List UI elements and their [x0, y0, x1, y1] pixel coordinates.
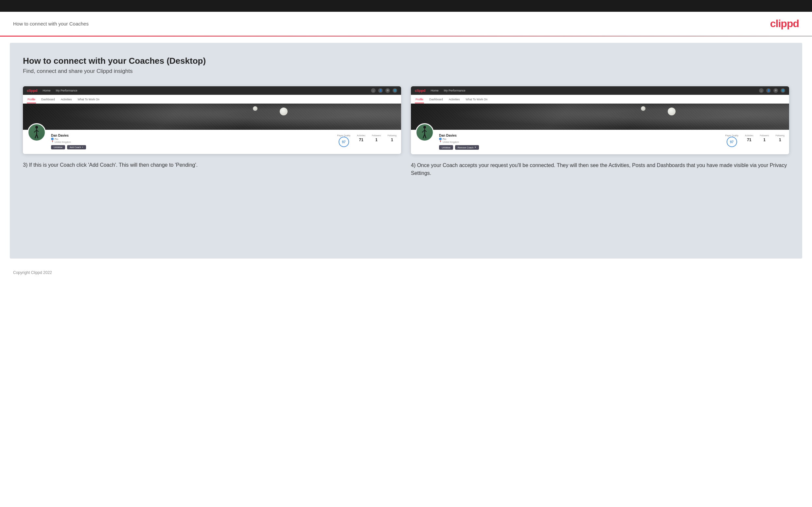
following-label-1: Following — [388, 134, 397, 136]
mock-avatar-wrap-1 — [28, 123, 46, 142]
verified-icon-2 — [439, 137, 442, 140]
tab-dashboard-1[interactable]: Dashboard — [41, 96, 56, 103]
tab-what-to-work-on-1[interactable]: What To Work On — [77, 96, 100, 103]
following-value-1: 1 — [391, 137, 393, 142]
stat-followers-1: Followers 1 — [372, 134, 381, 147]
header-title: How to connect with your Coaches — [13, 21, 89, 26]
stat-activities-2: Activities 71 — [745, 134, 753, 147]
screenshots-row: clippd Home My Performance ⌕ 👤 ⚙ 🌐 Profi… — [23, 86, 789, 177]
quality-label-1: Player Quality — [337, 134, 350, 136]
screenshot-col-2: clippd Home My Performance ⌕ 👤 ⚙ 🌐 Profi… — [411, 86, 789, 177]
svg-line-5 — [37, 134, 38, 138]
svg-line-11 — [425, 134, 426, 138]
quality-circle-1: 97 — [339, 136, 349, 147]
verified-icon-1 — [51, 137, 54, 140]
footer: Copyright Clippd 2022 — [0, 265, 812, 280]
activities-value-2: 71 — [747, 137, 751, 142]
add-coach-button-1[interactable]: Add Coach + — [67, 145, 86, 150]
mock-hero-overlay-1 — [23, 104, 401, 130]
location-2: 📍 United Kingdom — [439, 140, 717, 143]
stat-quality-1: Player Quality 97 — [337, 134, 350, 147]
golfer-silhouette-1 — [32, 125, 42, 139]
main-content: How to connect with your Coaches (Deskto… — [10, 43, 802, 259]
location-text-1: United Kingdom — [55, 141, 71, 143]
mock-hero-circle-small-2 — [641, 106, 646, 111]
following-value-2: 1 — [779, 137, 781, 142]
followers-value-1: 1 — [375, 137, 377, 142]
caption-1: 3) If this is your Coach click 'Add Coac… — [23, 161, 401, 169]
mock-nav-icons-2: ⌕ 👤 ⚙ 🌐 — [759, 88, 785, 93]
avatar-1 — [28, 123, 46, 142]
user-icon-2: 👤 — [766, 88, 771, 93]
action-buttons-1: Unfollow Add Coach + — [51, 145, 329, 150]
svg-point-6 — [423, 126, 426, 128]
mock-nav-home-1: Home — [43, 89, 50, 92]
user-icon-1: 👤 — [378, 88, 383, 93]
svg-line-10 — [423, 134, 425, 138]
mock-nav-1: clippd Home My Performance ⌕ 👤 ⚙ 🌐 — [23, 86, 401, 95]
mock-logo-1: clippd — [27, 89, 37, 93]
close-icon-remove-coach: ✕ — [474, 146, 476, 149]
mock-profile-info-2: Dan Davies Pro 📍 United Kingdom Unfollow — [439, 132, 717, 150]
player-role-2: Pro — [443, 138, 446, 140]
quality-circle-2: 97 — [727, 136, 737, 147]
mock-logo-2: clippd — [415, 89, 425, 93]
header: How to connect with your Coaches clippd — [0, 12, 812, 36]
golfer-silhouette-2 — [419, 125, 430, 139]
mock-profile-section-1: Dan Davies Pro 📍 United Kingdom Unfollow — [23, 130, 401, 154]
avatar-2 — [415, 123, 434, 142]
location-1: 📍 United Kingdom — [51, 140, 329, 143]
mock-tabs-2: Profile Dashboard Activities What To Wor… — [411, 95, 789, 104]
tab-dashboard-2[interactable]: Dashboard — [428, 96, 444, 103]
mock-nav-performance-2: My Performance — [444, 89, 465, 92]
mock-profile-section-2: Dan Davies Pro 📍 United Kingdom Unfollow — [411, 130, 789, 154]
caption-2: 4) Once your Coach accepts your request … — [411, 162, 789, 177]
mock-hero-1 — [23, 104, 401, 130]
mock-nav-home-2: Home — [430, 89, 439, 92]
add-icon-1: + — [82, 146, 84, 149]
settings-icon-2: ⚙ — [773, 88, 778, 93]
tab-profile-1[interactable]: Profile — [27, 96, 36, 103]
followers-label-1: Followers — [372, 134, 381, 136]
search-icon-1: ⌕ — [371, 88, 375, 93]
stat-activities-1: Activities 71 — [357, 134, 365, 147]
page-subheading: Find, connect and share your Clippd insi… — [23, 68, 789, 74]
unfollow-button-2[interactable]: Unfollow — [439, 145, 453, 150]
mock-stats-2: Player Quality 97 Activities 71 Follower… — [723, 134, 784, 147]
settings-icon-1: ⚙ — [386, 88, 390, 93]
action-buttons-2: Unfollow Remove Coach ✕ — [439, 145, 717, 150]
stat-following-2: Following 1 — [776, 134, 784, 147]
page-heading: How to connect with your Coaches (Deskto… — [23, 56, 789, 66]
copyright-text: Copyright Clippd 2022 — [13, 270, 52, 275]
followers-value-2: 1 — [763, 137, 766, 142]
stat-following-1: Following 1 — [388, 134, 397, 147]
tab-activities-2[interactable]: Activities — [448, 96, 461, 103]
following-label-2: Following — [776, 134, 784, 136]
svg-point-0 — [35, 126, 38, 128]
activities-label-2: Activities — [745, 134, 753, 136]
tab-what-to-work-on-2[interactable]: What To Work On — [465, 96, 488, 103]
mock-stats-1: Player Quality 97 Activities 71 Follower… — [335, 134, 397, 147]
unfollow-button-1[interactable]: Unfollow — [51, 145, 65, 150]
tab-activities-1[interactable]: Activities — [60, 96, 72, 103]
location-pin-icon-1: 📍 — [51, 140, 54, 143]
remove-coach-button[interactable]: Remove Coach ✕ — [455, 145, 479, 150]
clippd-logo: clippd — [770, 18, 799, 30]
followers-label-2: Followers — [760, 134, 769, 136]
mock-avatar-wrap-2 — [415, 123, 434, 142]
stat-followers-2: Followers 1 — [760, 134, 769, 147]
location-text-2: United Kingdom — [443, 141, 459, 143]
svg-line-4 — [35, 134, 37, 138]
player-badge-2: Pro — [439, 137, 717, 140]
player-badge-1: Pro — [51, 137, 329, 140]
screenshot-col-1: clippd Home My Performance ⌕ 👤 ⚙ 🌐 Profi… — [23, 86, 401, 177]
player-role-1: Pro — [55, 138, 58, 140]
stat-quality-2: Player Quality 97 — [725, 134, 739, 147]
mock-nav-2: clippd Home My Performance ⌕ 👤 ⚙ 🌐 — [411, 86, 789, 95]
mock-nav-performance-1: My Performance — [56, 89, 77, 92]
mock-profile-info-1: Dan Davies Pro 📍 United Kingdom Unfollow — [51, 132, 329, 150]
quality-label-2: Player Quality — [725, 134, 739, 136]
mock-hero-2 — [411, 104, 789, 130]
top-bar — [0, 0, 812, 12]
tab-profile-2[interactable]: Profile — [415, 96, 424, 103]
